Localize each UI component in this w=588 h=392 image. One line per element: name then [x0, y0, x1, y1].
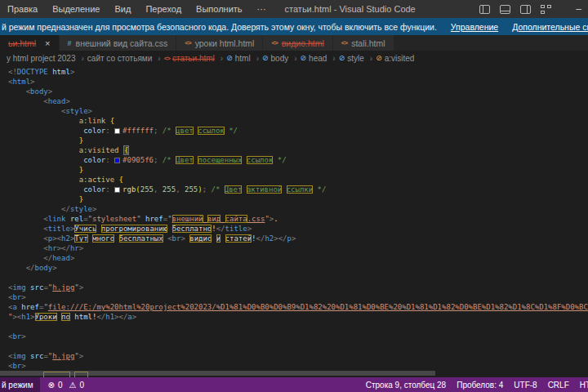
code-line[interactable]: <link rel="stylesheet" href="внешний вид… — [8, 214, 588, 224]
code-line[interactable]: color: rgb(255, 255, 255); /* Цвет актив… — [8, 185, 588, 194]
breadcrumb-item-1[interactable]: сайт со стотьями› — [87, 54, 164, 63]
code-line[interactable]: <html> — [8, 77, 588, 87]
code-token: > — [247, 225, 252, 233]
code-token: статей — [225, 234, 252, 243]
toggle-secondary-sidebar-icon[interactable] — [520, 5, 531, 14]
menu-item-0[interactable]: Правка — [0, 0, 45, 18]
code-line[interactable]: "><h1>Уроки по html!</h1></a> — [8, 312, 588, 322]
code-line[interactable]: <br> — [8, 292, 588, 302]
code-line[interactable]: <a href="file:///E:/my%20html%20project%… — [8, 302, 588, 312]
code-line[interactable]: </body> — [8, 263, 588, 273]
tab-4[interactable]: <>stali.html — [333, 35, 394, 51]
code-line[interactable]: <p><h2>Тут много бесплатных <br> видио и… — [8, 234, 588, 243]
code-token: */ — [225, 127, 238, 135]
code-line[interactable]: </head> — [8, 253, 588, 263]
breadcrumb-item-5[interactable]: ⊘head› — [301, 54, 339, 63]
code-line[interactable]: <img src="h.jpg"> — [8, 283, 588, 292]
breadcrumb-item-0[interactable]: y html project 2023› — [7, 54, 87, 63]
code-token: бесплатно — [172, 225, 212, 233]
horizontal-scrollbar[interactable] — [0, 371, 435, 376]
symbol-element-icon: ⊘ — [301, 54, 307, 62]
chevron-right-icon: › — [82, 54, 84, 63]
code-token: file:///E:/my%20html%20project%202023/%D… — [48, 303, 588, 311]
menu-item-2[interactable]: Вид — [107, 0, 138, 18]
code-line[interactable]: <img src="h.jpg"> — [8, 351, 588, 361]
code-editor[interactable]: <!DOCTYPE html><html> <body> <head> <sty… — [0, 65, 588, 377]
code-line[interactable]: <body> — [8, 87, 588, 96]
menu-item-5[interactable]: ··· — [250, 0, 274, 18]
code-line[interactable]: <!DOCTYPE html> — [8, 67, 588, 77]
minimize-button[interactable]: – — [576, 3, 581, 15]
code-token: > — [30, 78, 34, 86]
window-controls: – — [479, 3, 588, 15]
close-icon[interactable]: × — [45, 38, 50, 48]
code-line[interactable]: color: #ffffff; /* цвет ссылок */ — [8, 126, 588, 136]
code-line[interactable]: } — [8, 194, 588, 204]
code-token: 255 — [163, 185, 176, 194]
code-token: прогромированию — [101, 225, 167, 233]
code-token: > — [79, 283, 83, 292]
code-token: видио — [189, 234, 212, 243]
code-line[interactable] — [8, 273, 588, 283]
symbol-element-icon: ⊘ — [339, 54, 345, 62]
code-token — [8, 185, 83, 194]
banner-manage-link[interactable]: Управление — [451, 22, 498, 32]
menu-item-3[interactable]: Переход — [138, 0, 189, 18]
code-line[interactable]: <br> — [8, 361, 588, 371]
code-line[interactable]: } — [8, 165, 588, 175]
chevron-right-icon: › — [370, 54, 372, 63]
code-line[interactable]: } — [8, 136, 588, 145]
encoding[interactable]: UTF-8 — [514, 381, 537, 390]
code-line[interactable]: a:active { — [8, 175, 588, 185]
code-line[interactable]: </style> — [8, 204, 588, 214]
code-token — [8, 176, 79, 184]
code-token — [8, 215, 43, 223]
code-line[interactable]: <br> — [8, 332, 588, 341]
code-line[interactable]: color: #0905f6; /* Цвет посещенных ссыло… — [8, 155, 588, 165]
breadcrumb-item-4[interactable]: ⊘body› — [262, 54, 301, 63]
code-token: > — [92, 205, 96, 213]
code-token: бесплатных — [119, 234, 163, 243]
breadcrumb-item-2[interactable]: <>статьи.html› — [164, 54, 227, 63]
code-token: </ — [256, 234, 265, 243]
eol-sequence[interactable]: CRLF — [548, 381, 569, 390]
breadcrumb-item-7[interactable]: ⊘a:visited — [376, 54, 414, 63]
indentation[interactable]: Пробелов: 4 — [457, 381, 503, 390]
breadcrumb-label: статьи.html — [172, 54, 215, 63]
code-line[interactable]: a:visited { — [8, 145, 588, 155]
code-token — [8, 205, 61, 213]
breadcrumb-item-6[interactable]: ⊘style› — [339, 54, 376, 63]
customize-layout-icon[interactable] — [541, 5, 551, 14]
code-line[interactable] — [8, 341, 588, 351]
toggle-primary-sidebar-icon[interactable] — [479, 5, 490, 14]
code-line[interactable]: <head> — [8, 96, 588, 106]
code-token — [8, 264, 26, 272]
code-line[interactable]: a:link { — [8, 116, 588, 126]
code-token: </ — [43, 254, 52, 262]
tab-3[interactable]: <>видио.html — [263, 35, 332, 51]
code-token: a:visited — [79, 146, 119, 154]
cursor-position[interactable]: Строка 9, столбец 28 — [366, 381, 446, 390]
code-token: ссылок — [247, 156, 274, 164]
menu-item-1[interactable]: Выделение — [45, 0, 107, 18]
language-mode[interactable]: HTML — [580, 381, 588, 390]
code-line[interactable] — [8, 322, 588, 332]
tab-1[interactable]: #внешний вид сайта.css — [60, 35, 177, 51]
breadcrumb-item-3[interactable]: ⊘html› — [226, 54, 262, 63]
code-line[interactable]: <style> — [8, 106, 588, 116]
tab-2[interactable]: <>уроки html.html — [176, 35, 263, 51]
code-token: > — [132, 313, 136, 321]
menu-item-4[interactable]: Выполнить — [189, 0, 249, 18]
code-token: html — [52, 68, 70, 76]
problems-indicator[interactable]: ⊗ 0 ⚠ 0 — [48, 381, 84, 390]
code-line[interactable]: <title>Учись прогромированию бесплатно!<… — [8, 224, 588, 234]
toggle-panel-icon[interactable] — [500, 5, 510, 14]
tab-0[interactable]: ьи.html× — [0, 35, 60, 51]
banner-learn-more-link[interactable]: Дополнительные сведения — [512, 22, 588, 32]
code-token: /* — [163, 127, 176, 135]
restricted-mode-indicator[interactable]: й режим — [0, 377, 40, 392]
code-line[interactable]: <hr></hr> — [8, 243, 588, 253]
code-token: h1 — [105, 313, 114, 321]
code-token: Цвет — [176, 156, 194, 164]
code-token — [8, 244, 43, 252]
